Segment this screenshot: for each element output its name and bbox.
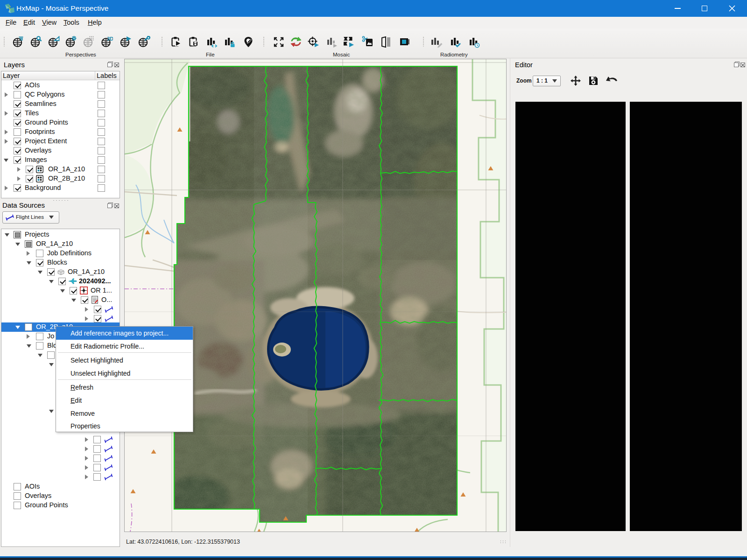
svg-text:3D: 3D: [107, 36, 113, 42]
